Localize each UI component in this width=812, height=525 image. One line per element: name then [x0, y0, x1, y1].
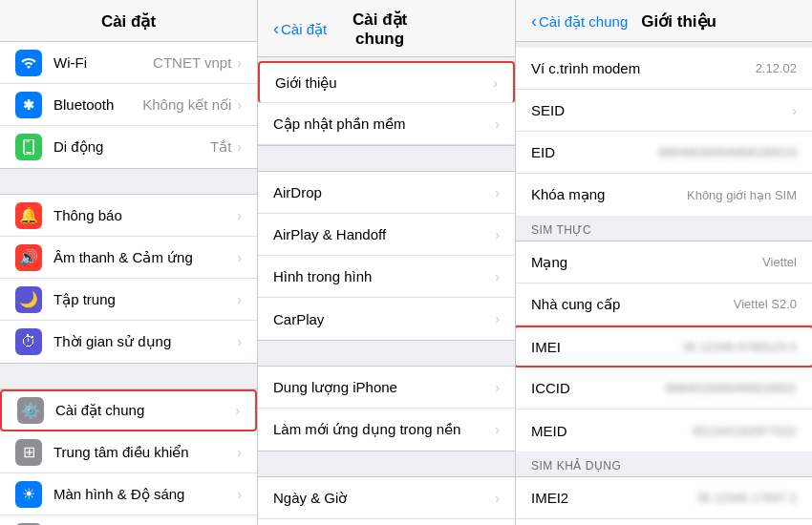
p2-group3: Dung lượng iPhone › Làm mới ứng dụng tro… — [258, 367, 515, 451]
nhacungcap-label: Nhà cung cấp — [531, 296, 734, 313]
update-chevron: › — [495, 116, 500, 132]
time-label: Thời gian sử dụng — [53, 333, 237, 350]
keyboard-item[interactable]: Bàn phím › — [258, 519, 515, 525]
modem-row: Ví c.trình modem 2.12.02 — [516, 48, 812, 90]
iccid-value: 8984010000495618501 — [666, 381, 797, 395]
sim-thuc-header: SIM THỰC — [516, 216, 812, 242]
eid-label: EID — [531, 144, 658, 160]
display-item[interactable]: ☀ Màn hình & Độ sáng › — [0, 473, 257, 515]
nhacungcap-row: Nhà cung cấp Viettel S2.0 — [516, 284, 812, 326]
display-label: Màn hình & Độ sáng — [53, 486, 237, 503]
modem-value: 2.12.02 — [756, 61, 797, 75]
divider2 — [0, 363, 257, 389]
intro-chevron: › — [493, 75, 498, 91]
pip-chevron: › — [495, 269, 500, 284]
divider1 — [0, 168, 257, 195]
update-item[interactable]: Cập nhật phần mềm › — [258, 103, 515, 145]
carplay-label: CarPlay — [273, 311, 495, 327]
time-chevron: › — [237, 334, 242, 349]
mang-value: Viettel — [762, 255, 797, 269]
sim-kha-dung-header: SIM KHẢ DỤNG — [516, 452, 812, 477]
modem-label: Ví c.trình modem — [531, 60, 756, 76]
panel-general: ‹ Cài đặt Cài đặt chung Giới thiệu › Cập… — [258, 0, 516, 525]
bgrefresh-chevron: › — [495, 422, 500, 437]
airdrop-item[interactable]: AirDrop › — [258, 172, 515, 214]
notif-item[interactable]: 🔔 Thông báo › — [0, 195, 257, 237]
sound-icon: 🔊 — [15, 244, 42, 271]
notif-icon: 🔔 — [15, 202, 42, 229]
meid-value: 35134A182977022 — [692, 424, 797, 438]
datetime-chevron: › — [495, 491, 500, 506]
storage-label: Dung lượng iPhone — [273, 379, 495, 396]
wifi-item[interactable]: Wi-Fi CTNET vnpt › — [0, 42, 257, 84]
p2-group4: Ngày & Giờ › Bàn phím › Phông chữ › Ngôn… — [258, 477, 515, 525]
panel3-back-label: Cài đặt chung — [539, 13, 628, 31]
notif-chevron: › — [237, 208, 242, 223]
datetime-label: Ngày & Giờ — [273, 490, 495, 507]
airplay-item[interactable]: AirPlay & Handoff › — [258, 214, 515, 256]
storage-chevron: › — [495, 380, 500, 395]
panel2-back-label: Cài đặt — [281, 21, 327, 38]
update-label: Cập nhật phần mềm — [273, 116, 495, 133]
bgrefresh-item[interactable]: Làm mới ứng dụng trong nền › — [258, 409, 515, 451]
intro-item[interactable]: Giới thiệu › — [258, 61, 515, 103]
trusted-cert-row[interactable]: Cài đặt tin cậy chứng nhận › — [516, 519, 812, 525]
panel1-header: Cài đặt — [0, 0, 257, 42]
nhacungcap-value: Viettel S2.0 — [734, 297, 797, 311]
p2-divider1 — [258, 145, 515, 172]
control-item[interactable]: ⊞ Trung tâm điều khiển › — [0, 431, 257, 473]
homescreen-item[interactable]: ⊟ Màn hình chính › — [0, 515, 257, 525]
panel3-title: Giới thiệu — [628, 11, 730, 32]
seid-row[interactable]: SEID › — [516, 90, 812, 132]
general-icon: ⚙️ — [17, 397, 44, 424]
imei2-row: IMEI2 35 12345 17847 2 — [516, 477, 812, 519]
bluetooth-item[interactable]: ✱ Bluetooth Không kết nối › — [0, 84, 257, 126]
airplay-chevron: › — [495, 227, 500, 242]
mobile-item[interactable]: Di động Tắt › — [0, 126, 257, 168]
focus-item[interactable]: 🌙 Tập trung › — [0, 279, 257, 321]
mang-label: Mạng — [531, 254, 762, 271]
time-item[interactable]: ⏱ Thời gian sử dụng › — [0, 321, 257, 363]
control-chevron: › — [237, 445, 242, 460]
pip-item[interactable]: Hình trong hình › — [258, 256, 515, 298]
datetime-item[interactable]: Ngày & Giờ › — [258, 477, 515, 519]
general-label: Cài đặt chung — [55, 402, 235, 419]
lock-value: Không giới hạn SIM — [687, 188, 797, 202]
iccid-row: ICCID 8984010000495618501 — [516, 368, 812, 410]
sim-thuc-group: Mạng Viettel Nhà cung cấp Viettel S2.0 I… — [516, 242, 812, 452]
panel1-title: Cài đặt — [15, 11, 242, 32]
panel3-back-button[interactable]: ‹ Cài đặt chung — [531, 11, 628, 32]
panel2-header: ‹ Cài đặt Cài đặt chung — [258, 0, 515, 57]
bgrefresh-label: Làm mới ứng dụng trong nền — [273, 421, 495, 438]
pip-label: Hình trong hình — [273, 268, 495, 284]
panel2-scroll: Giới thiệu › Cập nhật phần mềm › AirDrop… — [258, 57, 515, 525]
eid-row: EID 89049030004956185019 — [516, 132, 812, 174]
settings-group2: ⚙️ Cài đặt chung › ⊞ Trung tâm điều khiể… — [0, 389, 257, 525]
carplay-item[interactable]: CarPlay › — [258, 298, 515, 340]
mobile-label: Di động — [53, 138, 210, 156]
display-chevron: › — [237, 487, 242, 502]
control-icon: ⊞ — [15, 439, 42, 466]
storage-item[interactable]: Dung lượng iPhone › — [258, 367, 515, 409]
sound-item[interactable]: 🔊 Âm thanh & Cảm ứng › — [0, 237, 257, 279]
imei2-label: IMEI2 — [531, 490, 696, 506]
seid-chevron: › — [792, 103, 797, 118]
p2-divider2 — [258, 340, 515, 367]
imei2-value: 35 12345 17847 2 — [696, 491, 797, 505]
panel2-back-button[interactable]: ‹ Cài đặt — [273, 19, 327, 39]
p2-group2: AirDrop › AirPlay & Handoff › Hình trong… — [258, 172, 515, 340]
bluetooth-label: Bluetooth — [53, 96, 142, 113]
bluetooth-icon: ✱ — [15, 92, 42, 118]
meid-label: MEID — [531, 423, 692, 439]
mang-row: Mạng Viettel — [516, 242, 812, 284]
panel3-header: ‹ Cài đặt chung Giới thiệu — [516, 0, 812, 42]
general-item[interactable]: ⚙️ Cài đặt chung › — [0, 389, 257, 431]
airdrop-chevron: › — [495, 185, 500, 200]
panel3-back-chevron: ‹ — [531, 11, 537, 32]
lock-row: Khóa mạng Không giới hạn SIM — [516, 174, 812, 216]
panel2-back-chevron: ‹ — [273, 19, 279, 39]
mobile-value: Tắt — [210, 138, 231, 156]
svg-rect-1 — [26, 152, 32, 154]
focus-label: Tập trung — [53, 291, 237, 308]
focus-icon: 🌙 — [15, 286, 42, 313]
